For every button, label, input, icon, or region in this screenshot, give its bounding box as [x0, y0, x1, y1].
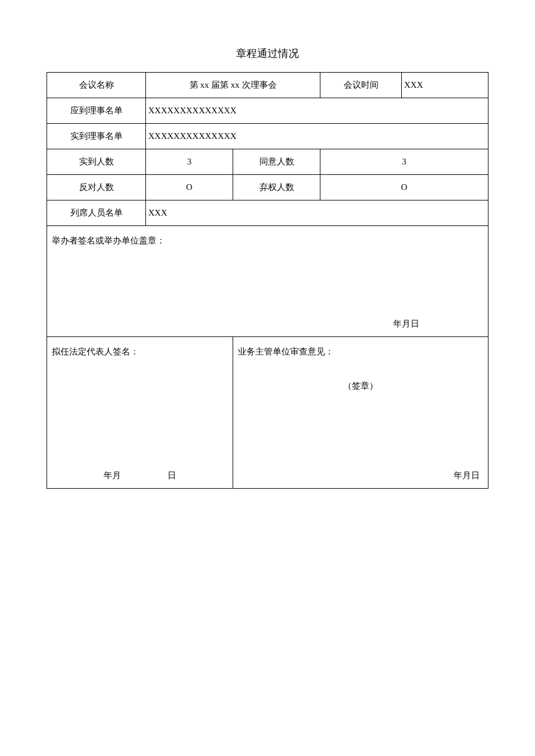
label-legal-rep-sig: 拟任法定代表人签名： — [52, 346, 228, 357]
date-ym-legal: 年月 — [104, 470, 121, 481]
label-attendee-list: 列席人员名单 — [47, 200, 146, 226]
value-actual-count: 3 — [146, 149, 233, 175]
value-oppose-count: O — [146, 175, 233, 200]
value-expected-list: XXXXXXXXXXXXXX — [146, 98, 488, 124]
date-d-legal: 日 — [167, 470, 176, 481]
label-meeting-time: 会议时间 — [320, 73, 402, 98]
value-agree-count: 3 — [320, 149, 488, 175]
label-abstain-count: 弃权人数 — [233, 175, 320, 200]
label-seal: （签章） — [238, 381, 483, 392]
value-meeting-name: 第 xx 届第 xx 次理事会 — [146, 73, 320, 98]
label-expected-list: 应到理事名单 — [47, 98, 146, 124]
page-title: 章程通过情况 — [47, 46, 488, 60]
date-ymd-supervisor: 年月日 — [454, 470, 480, 481]
label-actual-list: 实到理事名单 — [47, 124, 146, 149]
value-actual-list: XXXXXXXXXXXXXX — [146, 124, 488, 149]
legal-rep-signature-block: 拟任法定代表人签名： 年月 日 — [47, 337, 233, 489]
label-agree-count: 同意人数 — [233, 149, 320, 175]
label-actual-count: 实到人数 — [47, 149, 146, 175]
label-organizer-sig: 举办者签名或举办单位盖章： — [52, 235, 483, 246]
label-meeting-name: 会议名称 — [47, 73, 146, 98]
label-oppose-count: 反对人数 — [47, 175, 146, 200]
label-supervisor-opinion: 业务主管单位审查意见： — [238, 346, 483, 357]
value-attendee-list: XXX — [146, 200, 488, 226]
supervisor-opinion-block: 业务主管单位审查意见： （签章） 年月日 — [233, 337, 488, 489]
organizer-signature-block: 举办者签名或举办单位盖章： 年月日 — [47, 226, 488, 337]
date-ymd-organizer: 年月日 — [393, 318, 419, 329]
value-abstain-count: O — [320, 175, 488, 200]
form-table: 会议名称 第 xx 届第 xx 次理事会 会议时间 XXX 应到理事名单 XXX… — [47, 72, 488, 489]
value-meeting-time: XXX — [402, 73, 488, 98]
